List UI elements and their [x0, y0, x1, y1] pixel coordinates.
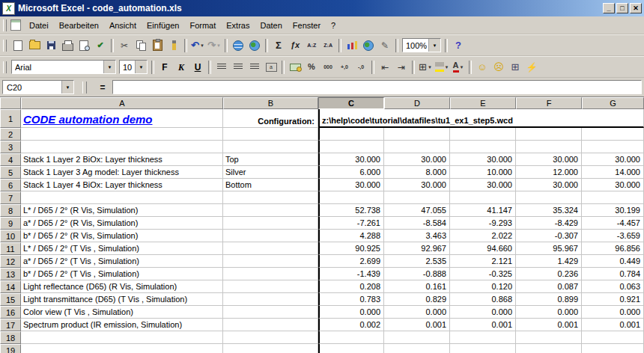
- cell-g18[interactable]: [582, 331, 644, 344]
- cell-g5[interactable]: 14.000: [582, 166, 644, 179]
- cell-a17[interactable]: Spectrum product (IR emission, Simulatio…: [21, 319, 223, 331]
- insert-hyperlink-button[interactable]: [230, 37, 246, 54]
- cell-d8[interactable]: 47.055: [384, 204, 450, 217]
- toolbar-grip[interactable]: [3, 61, 7, 73]
- cell-f16[interactable]: 0.000: [516, 306, 582, 319]
- row-header-11[interactable]: 11: [0, 242, 21, 255]
- toolbar-grip[interactable]: [3, 40, 7, 52]
- cell-c18[interactable]: [318, 331, 384, 344]
- cell-b10[interactable]: [223, 230, 318, 242]
- cell-a12[interactable]: a* / D65 / 2° (T Vis , Simulation): [21, 255, 223, 268]
- cell-e5[interactable]: 10.000: [450, 166, 516, 179]
- save-button[interactable]: [43, 37, 59, 54]
- minimize-button[interactable]: _: [603, 3, 615, 13]
- cell-b5[interactable]: Silver: [223, 166, 318, 179]
- cell-c8[interactable]: 52.738: [318, 204, 384, 217]
- cell-a11[interactable]: L* / D65 / 2° (T Vis , Simulation): [21, 242, 223, 255]
- merge-center-button[interactable]: a: [263, 59, 279, 76]
- frowny-button[interactable]: ☹: [490, 59, 507, 76]
- cell-c14[interactable]: 0.208: [318, 280, 384, 293]
- menu-item-fenster[interactable]: Fenster: [288, 19, 326, 32]
- menu-item-help[interactable]: ?: [326, 19, 341, 32]
- cell-g19[interactable]: [582, 344, 644, 353]
- cell-g3[interactable]: [582, 141, 644, 153]
- cell-f6[interactable]: 30.000: [516, 179, 582, 191]
- increase-indent-button[interactable]: ⇥: [393, 59, 410, 76]
- menu-item-extras[interactable]: Extras: [221, 19, 255, 32]
- increase-decimal-button[interactable]: +,0: [336, 59, 353, 76]
- spelling-button[interactable]: ✔: [92, 37, 109, 54]
- cell-d12[interactable]: 2.535: [384, 255, 450, 268]
- zoom-combo[interactable]: 100%▼: [402, 38, 441, 52]
- cell-c2[interactable]: [318, 128, 384, 141]
- cell-g17[interactable]: 0.001: [582, 319, 644, 331]
- row-header-9[interactable]: 9: [0, 217, 21, 230]
- row-header-1[interactable]: 1: [0, 109, 21, 128]
- cell-g6[interactable]: 30.000: [582, 179, 644, 191]
- help-button[interactable]: ?: [450, 37, 467, 54]
- cell-b11[interactable]: [223, 242, 318, 255]
- new-document-button[interactable]: [10, 37, 26, 54]
- cell-b8[interactable]: [223, 204, 318, 217]
- row-header-14[interactable]: 14: [0, 280, 21, 293]
- row-header-13[interactable]: 13: [0, 268, 21, 280]
- cell-a7[interactable]: [21, 191, 223, 204]
- drawing-button[interactable]: ✎: [377, 37, 393, 54]
- cell-d15[interactable]: 0.829: [384, 293, 450, 306]
- cell-f19[interactable]: [516, 344, 582, 353]
- cell-c6[interactable]: 30.000: [318, 179, 384, 191]
- cell-c15[interactable]: 0.783: [318, 293, 384, 306]
- dropdown-arrow-icon[interactable]: ▼: [103, 61, 115, 73]
- menu-item-einfgen[interactable]: Einfügen: [142, 19, 184, 32]
- cell-d2[interactable]: [384, 128, 450, 141]
- cell-g7[interactable]: [582, 191, 644, 204]
- cell-f3[interactable]: [516, 141, 582, 153]
- cell-e9[interactable]: -9.293: [450, 217, 516, 230]
- cell-f5[interactable]: 12.000: [516, 166, 582, 179]
- cell-g4[interactable]: 30.000: [582, 153, 644, 166]
- row-header-6[interactable]: 6: [0, 179, 21, 191]
- cell-b13[interactable]: [223, 268, 318, 280]
- cell-b14[interactable]: [223, 280, 318, 293]
- cell-c11[interactable]: 90.925: [318, 242, 384, 255]
- cell-c3[interactable]: [318, 141, 384, 153]
- cell-a5[interactable]: Stack 1 Layer 3 Ag model: Layer thicknes…: [21, 166, 223, 179]
- cell-a15[interactable]: Light transmittance (D65) (T Vis , Simul…: [21, 293, 223, 306]
- cell-e6[interactable]: 30.000: [450, 179, 516, 191]
- cell-d3[interactable]: [384, 141, 450, 153]
- web-toolbar-button[interactable]: [246, 37, 263, 54]
- cell-d9[interactable]: -8.584: [384, 217, 450, 230]
- column-header-g[interactable]: G: [582, 97, 644, 109]
- cell-e2[interactable]: [450, 128, 516, 141]
- font-color-button[interactable]: A▼: [450, 59, 467, 76]
- cell-c7[interactable]: [318, 191, 384, 204]
- cell-a2[interactable]: [21, 128, 223, 141]
- cell-a10[interactable]: b* / D65 / 2° (R Vis, Simulation): [21, 230, 223, 242]
- menu-item-bearbeiten[interactable]: Bearbeiten: [54, 19, 104, 32]
- cell-f2[interactable]: [516, 128, 582, 141]
- cell-d19[interactable]: [384, 344, 450, 353]
- dropdown-arrow-icon[interactable]: ▼: [445, 65, 449, 70]
- cut-button[interactable]: ✂: [116, 37, 133, 54]
- close-button[interactable]: ✕: [630, 3, 642, 13]
- font-size-combo[interactable]: 10▼: [119, 60, 148, 74]
- cell-a4[interactable]: Stack 1 Layer 2 BiOx: Layer thickness: [21, 153, 223, 166]
- cell-f14[interactable]: 0.087: [516, 280, 582, 293]
- cell-b7[interactable]: [223, 191, 318, 204]
- cell-c17[interactable]: 0.002: [318, 319, 384, 331]
- run-macro-button[interactable]: ⚡: [523, 59, 540, 76]
- cell-e13[interactable]: -0.325: [450, 268, 516, 280]
- cell-f9[interactable]: -8.429: [516, 217, 582, 230]
- sort-descending-button[interactable]: Z↓A: [320, 37, 336, 54]
- cell-d5[interactable]: 8.000: [384, 166, 450, 179]
- cell-g13[interactable]: 0.784: [582, 268, 644, 280]
- cell-f17[interactable]: 0.001: [516, 319, 582, 331]
- edit-formula-button[interactable]: =: [95, 80, 110, 94]
- row-header-10[interactable]: 10: [0, 230, 21, 242]
- menu-item-daten[interactable]: Daten: [255, 19, 287, 32]
- cell-f10[interactable]: -0.307: [516, 230, 582, 242]
- undo-button[interactable]: ↶▼: [189, 37, 206, 54]
- cell-c16[interactable]: 0.000: [318, 306, 384, 319]
- column-header-e[interactable]: E: [450, 97, 516, 109]
- cell-g12[interactable]: 0.449: [582, 255, 644, 268]
